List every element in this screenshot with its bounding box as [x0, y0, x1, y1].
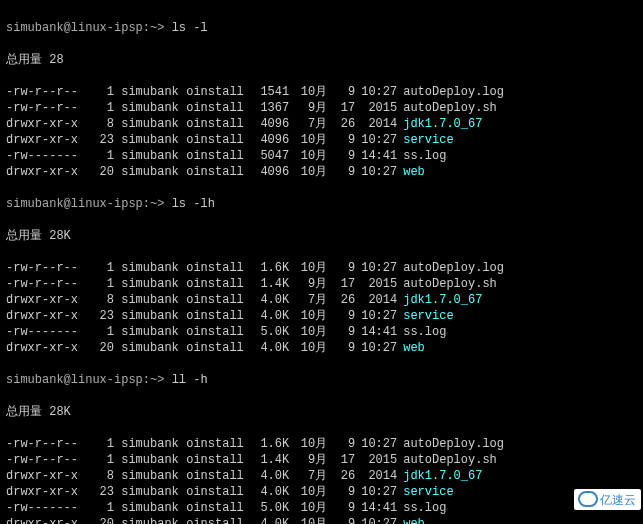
- permissions: -rw-------: [6, 324, 86, 340]
- day: 17: [327, 276, 355, 292]
- time: 2015: [355, 276, 397, 292]
- file-list-row: drwxr-xr-x8 simubankoinstall4.0K7月262014…: [6, 292, 637, 308]
- time: 14:41: [355, 500, 397, 516]
- permissions: -rw-r--r--: [6, 260, 86, 276]
- day: 9: [327, 324, 355, 340]
- file-list-row: drwxr-xr-x20 simubankoinstall4.0K10月910:…: [6, 340, 637, 356]
- owner: simubank: [121, 84, 186, 100]
- permissions: -rw-r--r--: [6, 452, 86, 468]
- month: 10月: [289, 516, 327, 524]
- file-list-row: drwxr-xr-x20 simubankoinstall4.0K10月910:…: [6, 516, 637, 524]
- file-list-row: drwxr-xr-x23 simubankoinstall4.0K10月910:…: [6, 308, 637, 324]
- filename: service: [397, 485, 453, 499]
- file-list-row: drwxr-xr-x8 simubankoinstall4.0K7月262014…: [6, 468, 637, 484]
- link-count: 23: [86, 308, 114, 324]
- month: 10月: [289, 340, 327, 356]
- owner: simubank: [121, 500, 186, 516]
- filename: autoDeploy.log: [397, 261, 504, 275]
- filename: autoDeploy.sh: [397, 277, 497, 291]
- filename: service: [397, 309, 453, 323]
- month: 7月: [289, 116, 327, 132]
- owner: simubank: [121, 308, 186, 324]
- day: 9: [327, 148, 355, 164]
- month: 10月: [289, 500, 327, 516]
- group: oinstall: [186, 436, 251, 452]
- file-list-row: -rw-r--r--1 simubankoinstall1.6K10月910:2…: [6, 260, 637, 276]
- file-list-row: drwxr-xr-x23 simubankoinstall4.0K10月910:…: [6, 484, 637, 500]
- owner: simubank: [121, 516, 186, 524]
- total-line: 总用量 28K: [6, 404, 637, 420]
- time: 10:27: [355, 484, 397, 500]
- link-count: 8: [86, 468, 114, 484]
- permissions: -rw-r--r--: [6, 276, 86, 292]
- time: 2014: [355, 116, 397, 132]
- filename: web: [397, 165, 425, 179]
- link-count: 1: [86, 324, 114, 340]
- file-list-row: -rw-r--r--1 simubankoinstall13679月172015…: [6, 100, 637, 116]
- group: oinstall: [186, 452, 251, 468]
- link-count: 23: [86, 132, 114, 148]
- owner: simubank: [121, 292, 186, 308]
- owner: simubank: [121, 116, 186, 132]
- filename: ss.log: [397, 325, 446, 339]
- time: 2015: [355, 452, 397, 468]
- month: 10月: [289, 308, 327, 324]
- group: oinstall: [186, 468, 251, 484]
- month: 10月: [289, 132, 327, 148]
- day: 9: [327, 516, 355, 524]
- prompt: simubank@linux-ipsp:~>: [6, 197, 164, 211]
- owner: simubank: [121, 148, 186, 164]
- permissions: drwxr-xr-x: [6, 340, 86, 356]
- size: 4096: [251, 132, 289, 148]
- group: oinstall: [186, 100, 251, 116]
- owner: simubank: [121, 436, 186, 452]
- size: 4.0K: [251, 292, 289, 308]
- time: 2014: [355, 292, 397, 308]
- time: 10:27: [355, 84, 397, 100]
- owner: simubank: [121, 340, 186, 356]
- filename: autoDeploy.sh: [397, 101, 497, 115]
- permissions: drwxr-xr-x: [6, 292, 86, 308]
- link-count: 1: [86, 148, 114, 164]
- link-count: 1: [86, 452, 114, 468]
- owner: simubank: [121, 324, 186, 340]
- link-count: 1: [86, 100, 114, 116]
- file-list-row: drwxr-xr-x8 simubankoinstall40967月262014…: [6, 116, 637, 132]
- size: 1.4K: [251, 276, 289, 292]
- owner: simubank: [121, 276, 186, 292]
- day: 9: [327, 500, 355, 516]
- day: 26: [327, 468, 355, 484]
- group: oinstall: [186, 292, 251, 308]
- terminal-output[interactable]: simubank@linux-ipsp:~> ls -l 总用量 28 -rw-…: [0, 0, 643, 524]
- group: oinstall: [186, 484, 251, 500]
- owner: simubank: [121, 452, 186, 468]
- filename: autoDeploy.log: [397, 85, 504, 99]
- group: oinstall: [186, 164, 251, 180]
- filename: web: [397, 517, 425, 524]
- filename: autoDeploy.sh: [397, 453, 497, 467]
- size: 4.0K: [251, 484, 289, 500]
- group: oinstall: [186, 308, 251, 324]
- filename: jdk1.7.0_67: [397, 117, 482, 131]
- total-line: 总用量 28K: [6, 228, 637, 244]
- group: oinstall: [186, 324, 251, 340]
- size: 1.6K: [251, 260, 289, 276]
- group: oinstall: [186, 340, 251, 356]
- link-count: 1: [86, 84, 114, 100]
- filename: ss.log: [397, 149, 446, 163]
- file-list-row: -rw-r--r--1 simubankoinstall1.6K10月910:2…: [6, 436, 637, 452]
- file-list-row: -rw-------1 simubankoinstall504710月914:4…: [6, 148, 637, 164]
- file-list-row: -rw-r--r--1 simubankoinstall1.4K9月172015…: [6, 276, 637, 292]
- permissions: -rw-r--r--: [6, 100, 86, 116]
- owner: simubank: [121, 164, 186, 180]
- day: 9: [327, 164, 355, 180]
- month: 7月: [289, 468, 327, 484]
- size: 5.0K: [251, 500, 289, 516]
- file-list-row: drwxr-xr-x23 simubankoinstall409610月910:…: [6, 132, 637, 148]
- group: oinstall: [186, 116, 251, 132]
- size: 5047: [251, 148, 289, 164]
- size: 4.0K: [251, 516, 289, 524]
- command-text: ls -l: [172, 21, 208, 35]
- link-count: 20: [86, 164, 114, 180]
- day: 26: [327, 292, 355, 308]
